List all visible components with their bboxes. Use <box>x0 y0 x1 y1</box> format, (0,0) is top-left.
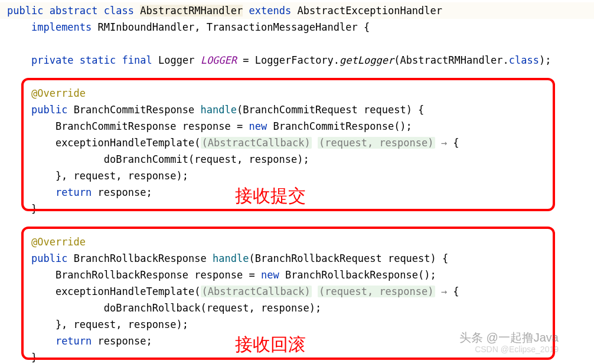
code-line: doBranchCommit(request, response); <box>0 151 594 168</box>
code-line: @Override <box>0 234 594 250</box>
code-line: BranchRollbackResponse response = new Br… <box>0 267 594 283</box>
code-line: implements RMInboundHandler, Transaction… <box>0 19 594 35</box>
code-line: public BranchCommitResponse handle(Branc… <box>0 101 594 118</box>
code-block: public abstract class AbstractRMHandler … <box>0 2 594 364</box>
label-rollback: 接收回滚 <box>235 336 306 353</box>
code-line <box>0 35 594 52</box>
code-line: public abstract class AbstractRMHandler … <box>0 2 594 19</box>
label-commit: 接收提交 <box>235 188 306 204</box>
code-line: exceptionHandleTemplate((AbstractCallbac… <box>0 283 594 300</box>
code-line: exceptionHandleTemplate((AbstractCallbac… <box>0 135 594 151</box>
code-line <box>0 217 594 234</box>
code-line: public BranchRollbackResponse handle(Bra… <box>0 250 594 267</box>
code-line <box>0 68 594 85</box>
code-line: BranchCommitResponse response = new Bran… <box>0 118 594 135</box>
code-line: private static final Logger LOGGER = Log… <box>0 52 594 68</box>
code-line: doBranchRollback(request, response); <box>0 300 594 316</box>
code-line: }, request, response); <box>0 168 594 184</box>
code-line: @Override <box>0 85 594 101</box>
watermark-csdn: CSDN @Eclipse_2019 <box>475 341 559 358</box>
